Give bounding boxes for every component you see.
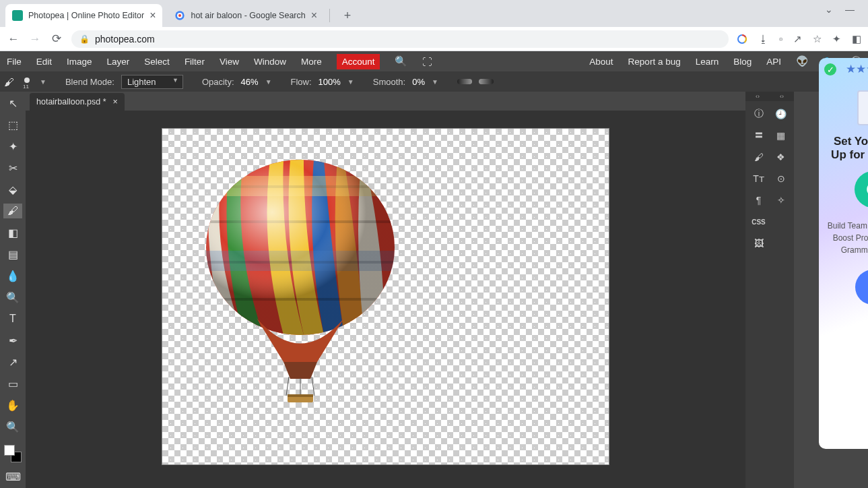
- ad-card[interactable]: ✓ ★★★ Set Your Team Up for Success G Bui…: [819, 58, 868, 449]
- channels-icon[interactable]: ⊙: [772, 170, 790, 187]
- eraser-tool[interactable]: ◧: [3, 225, 22, 240]
- canvas[interactable]: [162, 128, 609, 465]
- adjust-icon[interactable]: 〓: [749, 127, 768, 144]
- brush-size-preview[interactable]: 11: [21, 75, 33, 88]
- gradient-tool[interactable]: ▤: [3, 247, 22, 262]
- install-icon[interactable]: ⭳: [758, 33, 768, 44]
- char-icon[interactable]: Tᴛ: [749, 170, 768, 187]
- photopea-favicon: [12, 10, 23, 21]
- minimize-icon[interactable]: —: [845, 4, 855, 15]
- brush-tool[interactable]: 🖌: [3, 204, 22, 218]
- hot-air-balloon-image: [203, 160, 398, 402]
- brushprops-icon[interactable]: 🖌: [749, 148, 768, 166]
- marquee-tool[interactable]: ⬚: [3, 117, 22, 132]
- path-tool[interactable]: ↗: [3, 355, 22, 369]
- pressure-icon[interactable]: [479, 79, 494, 84]
- canvas-viewport[interactable]: [26, 111, 745, 488]
- search-icon[interactable]: 🔍: [395, 55, 407, 67]
- link-api[interactable]: API: [766, 57, 781, 67]
- dodge-tool[interactable]: 🔍: [3, 290, 22, 305]
- para-icon[interactable]: ¶: [749, 191, 768, 209]
- eyedropper-tool[interactable]: ⬙: [3, 182, 22, 197]
- reddit-icon[interactable]: 👽: [796, 55, 809, 67]
- active-tool-icon[interactable]: 🖌: [4, 76, 14, 88]
- zoom-tool[interactable]: 🔍: [3, 419, 22, 434]
- address-bar[interactable]: 🔒 photopea.com: [71, 30, 729, 48]
- smooth-label: Smooth:: [373, 77, 405, 87]
- menu-window[interactable]: Window: [254, 57, 286, 67]
- chevron-down-icon[interactable]: ▼: [265, 78, 272, 86]
- blur-tool[interactable]: 💧: [3, 268, 22, 283]
- close-icon[interactable]: ×: [113, 97, 118, 106]
- flow-label: Flow:: [291, 77, 312, 87]
- svg-point-2: [178, 14, 181, 17]
- tab-title: hot air baloon - Google Search: [191, 11, 305, 20]
- chevron-down-icon[interactable]: ▼: [432, 78, 438, 86]
- extensions-icon[interactable]: ✦: [832, 33, 841, 45]
- menu-image[interactable]: Image: [67, 57, 92, 67]
- menu-filter[interactable]: Filter: [185, 57, 205, 67]
- airbrush-icon[interactable]: [457, 79, 472, 84]
- menu-more[interactable]: More: [301, 57, 322, 67]
- hand-tool[interactable]: ✋: [3, 398, 22, 413]
- document-tab[interactable]: hotairballoon.psd * ×: [30, 93, 125, 111]
- history-icon[interactable]: 🕘: [772, 105, 790, 123]
- close-icon[interactable]: ×: [149, 9, 156, 22]
- blend-mode-select[interactable]: Lighten: [121, 75, 183, 89]
- collapse-icon[interactable]: ‹›: [780, 93, 784, 100]
- smooth-value[interactable]: 0%: [412, 77, 425, 87]
- tab-title: Photopea | Online Photo Editor: [28, 11, 144, 20]
- link-bug[interactable]: Report a bug: [628, 57, 681, 67]
- layers-icon[interactable]: ❖: [772, 148, 790, 166]
- css-panel[interactable]: CSS: [749, 213, 768, 231]
- info-icon[interactable]: ⓘ: [749, 105, 768, 123]
- crop-tool[interactable]: ✂: [3, 160, 22, 175]
- image-panel-icon[interactable]: 🖼: [749, 235, 768, 252]
- opacity-label: Opacity:: [202, 77, 234, 87]
- new-tab-button[interactable]: +: [338, 6, 357, 25]
- fullscreen-icon[interactable]: ⛶: [422, 56, 432, 67]
- menu-select[interactable]: Select: [144, 57, 170, 67]
- type-tool[interactable]: T: [3, 311, 22, 326]
- page-icon[interactable]: ▫: [779, 33, 782, 44]
- link-learn[interactable]: Learn: [696, 57, 719, 67]
- ad-headline: Set Your Team Up for Success: [826, 135, 868, 162]
- paths-icon[interactable]: ✧: [772, 191, 790, 209]
- keyboard-icon[interactable]: ⌨: [3, 469, 22, 484]
- back-button[interactable]: ←: [7, 32, 20, 46]
- reload-button[interactable]: ⟳: [50, 32, 63, 46]
- opacity-value[interactable]: 46%: [241, 77, 259, 87]
- menu-file[interactable]: File: [7, 57, 22, 67]
- pen-tool[interactable]: ✒: [3, 333, 22, 348]
- chevron-down-icon[interactable]: ⌄: [825, 4, 833, 15]
- link-blog[interactable]: Blog: [733, 57, 752, 67]
- swatches-icon[interactable]: ▦: [772, 127, 790, 144]
- chevron-down-icon[interactable]: ▼: [347, 78, 354, 86]
- flow-value[interactable]: 100%: [319, 77, 341, 87]
- document-area: hotairballoon.psd * ×: [26, 92, 745, 488]
- google-ext-icon[interactable]: [737, 34, 747, 44]
- shape-tool[interactable]: ▭: [3, 376, 22, 391]
- browser-tab-photopea[interactable]: Photopea | Online Photo Editor ×: [5, 4, 162, 27]
- menu-view[interactable]: View: [220, 57, 239, 67]
- chevron-down-icon[interactable]: ▼: [40, 78, 46, 86]
- sidepanel-icon[interactable]: ◧: [852, 33, 861, 45]
- move-tool[interactable]: ↖: [3, 96, 22, 111]
- collapse-icon[interactable]: ‹›: [756, 93, 760, 100]
- google-favicon: [174, 10, 185, 21]
- forward-button[interactable]: →: [28, 32, 42, 46]
- lock-icon: 🔒: [79, 34, 90, 44]
- ad-next-button[interactable]: ›: [855, 270, 868, 305]
- close-icon[interactable]: ×: [311, 9, 317, 22]
- color-swatches[interactable]: [4, 445, 22, 462]
- ad-body: Build Team Confidence & Boost Production…: [826, 220, 868, 256]
- share-icon[interactable]: ↗: [793, 33, 802, 45]
- browser-tab-google[interactable]: hot air baloon - Google Search ×: [168, 4, 324, 27]
- wand-tool[interactable]: ✦: [3, 139, 22, 154]
- account-button[interactable]: Account: [337, 54, 380, 69]
- link-about[interactable]: About: [589, 57, 613, 67]
- menu-layer[interactable]: Layer: [107, 57, 130, 67]
- ad-illustration: [857, 90, 868, 125]
- bookmark-icon[interactable]: ☆: [813, 33, 822, 45]
- menu-edit[interactable]: Edit: [36, 57, 52, 67]
